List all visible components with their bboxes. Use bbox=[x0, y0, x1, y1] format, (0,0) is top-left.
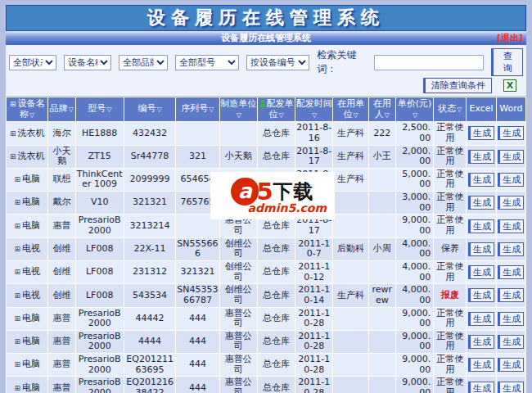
table-header-row: ⊞设备名称▽品牌▽型号▽编号▽序列号▽制造单位▽配发单位▽配发时间▽在用单位▽在… bbox=[7, 97, 525, 121]
column-header-4[interactable]: 编号▽ bbox=[124, 97, 175, 121]
excel-generate-button[interactable]: 生成 bbox=[468, 150, 494, 164]
app-title: 设备履历在线管理系统 bbox=[147, 6, 385, 30]
excel-generate-button[interactable]: 生成 bbox=[468, 219, 494, 233]
table-cell: 生成 bbox=[497, 146, 525, 168]
table-cell: 543534 bbox=[124, 284, 175, 306]
sort-icon[interactable]: ▽ bbox=[354, 111, 358, 119]
sort-icon[interactable]: ▽ bbox=[312, 111, 317, 119]
expand-row-icon[interactable]: ⊞ bbox=[14, 245, 20, 253]
word-generate-button[interactable]: 生成 bbox=[498, 173, 524, 187]
table-cell bbox=[369, 169, 395, 191]
column-header-3[interactable]: 型号▽ bbox=[76, 97, 124, 121]
expand-row-icon[interactable]: ⊞ bbox=[14, 291, 20, 300]
word-generate-button[interactable]: 生成 bbox=[498, 196, 524, 210]
table-cell: 创维公司 bbox=[220, 261, 257, 283]
table-cell: 生成 bbox=[467, 261, 495, 283]
excel-generate-button[interactable]: 生成 bbox=[468, 173, 494, 187]
excel-generate-button[interactable]: 生成 bbox=[468, 265, 494, 279]
excel-generate-button[interactable]: 生成 bbox=[468, 242, 494, 256]
table-cell: 创维 bbox=[48, 238, 74, 260]
column-header-11[interactable]: 单价(元)▽ bbox=[396, 97, 433, 121]
column-header-12[interactable]: 状态▽ bbox=[434, 97, 466, 121]
excel-export-icon[interactable]: X bbox=[503, 79, 516, 92]
table-cell: 222 bbox=[369, 122, 395, 144]
column-header-14: Word bbox=[497, 97, 525, 121]
table-cell bbox=[176, 122, 219, 144]
word-generate-button[interactable]: 生成 bbox=[498, 358, 524, 372]
table-cell: 戴尔 bbox=[48, 192, 74, 214]
column-header-9[interactable]: 在用单位▽ bbox=[333, 97, 367, 121]
expand-row-icon[interactable]: ⊞ bbox=[10, 129, 16, 138]
table-row: ⊞电脑惠普PresarioB2000EQ20121638422444惠普公司总仓… bbox=[7, 377, 525, 393]
sort-icon[interactable]: ▽ bbox=[413, 111, 417, 119]
excel-generate-button[interactable]: 生成 bbox=[468, 126, 494, 140]
table-cell: 321 bbox=[176, 146, 219, 168]
column-header-1[interactable]: ⊞设备名称▽ bbox=[7, 97, 47, 121]
expand-row-icon[interactable]: ⊞ bbox=[14, 222, 20, 230]
expand-row-icon[interactable]: ⊞ bbox=[14, 314, 20, 323]
table-cell: EQ20121638422 bbox=[124, 377, 175, 393]
column-header-8[interactable]: 配发时间▽ bbox=[295, 97, 332, 121]
brand-filter-select[interactable]: 全部品牌 bbox=[119, 55, 168, 70]
excel-generate-button[interactable]: 生成 bbox=[468, 196, 494, 210]
sort-icon[interactable]: ▽ bbox=[69, 106, 74, 113]
sort-icon[interactable]: ▽ bbox=[237, 111, 241, 119]
table-row: ⊞电视创维LF008543534SN4535366787创维公司总仓库2011-… bbox=[7, 284, 525, 306]
word-generate-button[interactable]: 生成 bbox=[498, 335, 524, 349]
table-cell: 总仓库 bbox=[258, 354, 295, 376]
word-generate-button[interactable]: 生成 bbox=[498, 219, 524, 233]
table-cell: 生成 bbox=[467, 354, 495, 376]
sort-icon[interactable]: ▽ bbox=[29, 111, 34, 119]
model-filter-select[interactable]: 全部型号 bbox=[175, 55, 239, 70]
status-filter-select[interactable]: 全部状态 bbox=[9, 55, 56, 70]
column-header-7[interactable]: 配发单位▽ bbox=[258, 97, 295, 121]
expand-row-icon[interactable]: ⊞ bbox=[10, 152, 16, 160]
excel-generate-button[interactable]: 生成 bbox=[468, 335, 494, 349]
expand-row-icon[interactable]: ⊞ bbox=[14, 175, 20, 183]
excel-generate-button[interactable]: 生成 bbox=[468, 382, 494, 393]
keyword-label: 检索关键词： bbox=[317, 48, 367, 76]
table-cell: 231312 bbox=[124, 261, 175, 283]
table-cell: 9,000.00 bbox=[396, 331, 433, 353]
sort-icon[interactable]: ▽ bbox=[209, 106, 214, 113]
column-header-6[interactable]: 制造单位▽ bbox=[220, 97, 257, 121]
word-generate-button[interactable]: 生成 bbox=[498, 242, 524, 256]
sort-icon[interactable]: ▽ bbox=[457, 106, 462, 113]
expand-row-icon[interactable]: ⊞ bbox=[14, 384, 20, 392]
excel-generate-button[interactable]: 生成 bbox=[468, 288, 494, 302]
sort-icon[interactable]: ▽ bbox=[385, 111, 390, 119]
search-field-select[interactable]: 按设备编号 bbox=[246, 55, 310, 70]
sort-icon[interactable]: ▽ bbox=[157, 106, 162, 113]
excel-generate-button[interactable]: 生成 bbox=[468, 358, 494, 372]
excel-generate-button[interactable]: 生成 bbox=[468, 312, 494, 326]
word-generate-button[interactable]: 生成 bbox=[498, 126, 524, 140]
column-header-2[interactable]: 品牌▽ bbox=[48, 97, 74, 121]
keyword-input[interactable] bbox=[374, 55, 484, 70]
expand-row-icon[interactable]: ⊞ bbox=[14, 268, 20, 276]
word-generate-button[interactable]: 生成 bbox=[498, 288, 524, 302]
device-name-filter-select[interactable]: 设备名称 bbox=[64, 55, 111, 70]
table-cell: 总仓库 bbox=[258, 146, 295, 168]
table-cell bbox=[369, 331, 395, 353]
column-header-10[interactable]: 在用人▽ bbox=[369, 97, 395, 121]
sort-icon[interactable]: ▽ bbox=[278, 111, 283, 119]
word-generate-button[interactable]: 生成 bbox=[498, 265, 524, 279]
table-cell: V10 bbox=[76, 192, 124, 214]
logout-link[interactable]: [退出] bbox=[497, 32, 523, 44]
expand-row-icon[interactable]: ⊞ bbox=[14, 337, 20, 346]
word-generate-button[interactable]: 生成 bbox=[498, 150, 524, 164]
column-header-5[interactable]: 序列号▽ bbox=[176, 97, 219, 121]
sort-icon[interactable]: ▽ bbox=[106, 106, 111, 113]
table-cell: 4,000.00 bbox=[396, 238, 433, 260]
table-cell: 2011-10-14 bbox=[295, 284, 332, 306]
clear-filters-button[interactable]: 清除查询条件 bbox=[423, 78, 492, 93]
word-generate-button[interactable]: 生成 bbox=[498, 312, 524, 326]
expand-row-icon[interactable]: ⊞ bbox=[14, 198, 20, 206]
table-cell bbox=[369, 192, 395, 214]
subheader-title: 设备履历在线管理系统 bbox=[6, 32, 526, 44]
table-cell: ⊞电脑 bbox=[7, 192, 47, 214]
search-button[interactable]: 查 询 bbox=[491, 48, 523, 76]
word-generate-button[interactable]: 生成 bbox=[498, 382, 524, 393]
expand-row-icon[interactable]: ⊞ bbox=[14, 360, 20, 368]
table-cell bbox=[333, 377, 367, 393]
